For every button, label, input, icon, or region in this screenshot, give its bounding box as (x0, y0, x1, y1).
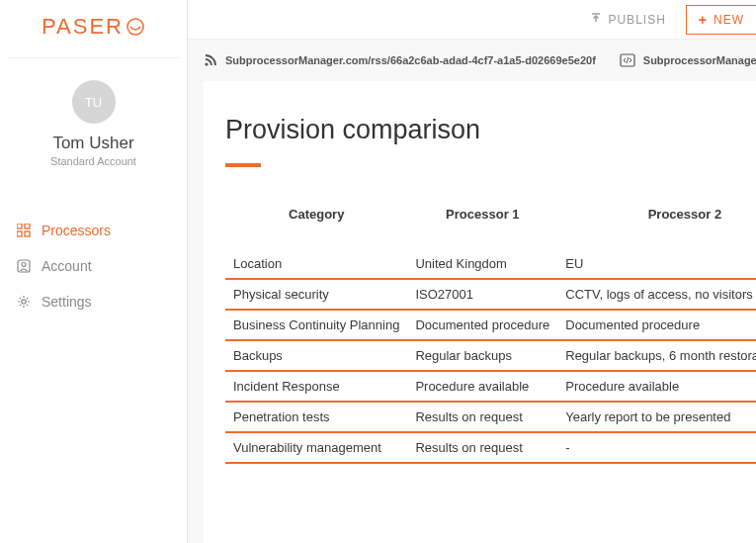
account-type: Standard Account (0, 155, 187, 167)
publish-label: PUBLISH (608, 13, 665, 27)
table-wrap: Category Processor 1 Processor 2 Locatio… (225, 193, 756, 464)
sidebar-item-label: Account (42, 258, 92, 274)
table-header: Processor 2 (557, 193, 756, 249)
table-header: Category (225, 193, 407, 249)
table-row: Penetration testsResults on requestYearl… (225, 402, 756, 432)
sidebar-item-account[interactable]: Account (10, 248, 177, 284)
user-icon (16, 258, 32, 274)
svg-rect-2 (25, 224, 30, 228)
avatar-initials: TU (85, 95, 102, 110)
table-row: BackupsRegular backupsRegular backups, 6… (225, 340, 756, 371)
logo-circle-icon (126, 17, 145, 37)
sidebar-item-label: Processors (42, 223, 111, 238)
nav: Processors Account Settings (0, 213, 187, 319)
plus-icon: + (699, 12, 708, 28)
new-button[interactable]: + NEW (686, 5, 756, 35)
content: Provision comparison Category Processor … (204, 81, 756, 543)
code-page-icon (620, 53, 635, 67)
comparison-table: Category Processor 1 Processor 2 Locatio… (225, 193, 756, 464)
svg-point-0 (127, 19, 143, 35)
publish-button[interactable]: PUBLISH (580, 6, 675, 33)
linkbar: SubprocessorManager.com/rss/66a2c6ab-ada… (188, 40, 756, 81)
sidebar-item-settings[interactable]: Settings (10, 284, 177, 319)
logo-wrap: PASER (8, 0, 179, 58)
table-row: Business Continuity PlanningDocumented p… (225, 310, 756, 340)
svg-rect-1 (17, 224, 22, 228)
topbar: PUBLISH + NEW (188, 0, 756, 40)
rss-link[interactable]: SubprocessorManager.com/rss/66a2c6ab-ada… (204, 53, 596, 67)
page-link[interactable]: SubprocessorManager.com/pag (620, 53, 756, 67)
svg-point-8 (205, 62, 208, 65)
logo: PASER (42, 14, 145, 40)
rss-url: SubprocessorManager.com/rss/66a2c6ab-ada… (225, 54, 596, 66)
sidebar-item-processors[interactable]: Processors (10, 213, 177, 248)
page-title: Provision comparison (225, 115, 756, 145)
sidebar-item-label: Settings (42, 294, 92, 310)
svg-point-7 (22, 300, 26, 304)
table-row: LocationUnited KingdomEU (225, 249, 756, 279)
table-row: Incident ResponseProcedure availableProc… (225, 371, 756, 402)
main: PUBLISH + NEW SubprocessorManager.com/rs… (188, 0, 756, 543)
grid-icon (16, 223, 32, 238)
table-row: Vulnerability managementResults on reque… (225, 432, 756, 463)
gear-icon (16, 294, 32, 310)
table-header: Processor 1 (407, 193, 557, 249)
title-underline (225, 163, 261, 167)
svg-rect-3 (17, 231, 22, 236)
svg-point-6 (22, 263, 26, 267)
rss-icon (204, 53, 217, 67)
new-label: NEW (714, 13, 744, 27)
page-url: SubprocessorManager.com/pag (643, 54, 756, 66)
username: Tom Usher (0, 134, 187, 153)
svg-rect-4 (25, 231, 30, 236)
avatar: TU (72, 80, 116, 124)
sidebar: PASER TU Tom Usher Standard Account Proc… (0, 0, 188, 543)
table-row: Physical securityISO27001CCTV, logs of a… (225, 279, 756, 310)
upload-icon (590, 12, 602, 27)
profile: TU Tom Usher Standard Account (0, 58, 187, 183)
logo-text: PASER (42, 14, 124, 40)
